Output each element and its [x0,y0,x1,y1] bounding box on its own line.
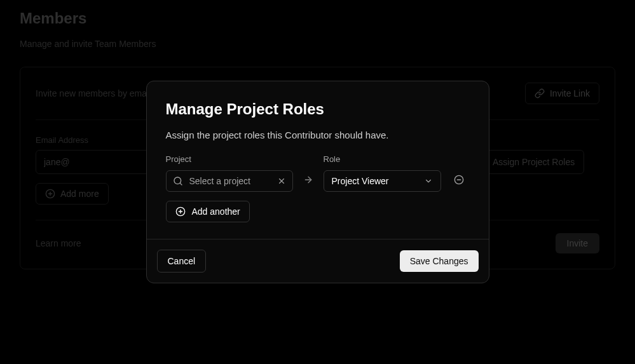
search-icon [173,176,183,186]
minus-circle-icon [454,175,464,185]
project-field-group: Project Select a project [166,154,293,192]
modal-footer: Cancel Save Changes [147,239,489,283]
modal-description: Assign the project roles this Contributo… [166,130,470,140]
svg-line-4 [180,183,182,185]
cancel-button[interactable]: Cancel [157,250,207,273]
role-select[interactable]: Project Viewer [324,170,441,192]
add-another-label: Add another [192,206,240,217]
role-field-group: Role Project Viewer [324,154,441,192]
chevron-down-icon [424,177,433,185]
role-value: Project Viewer [332,176,389,186]
remove-row-button[interactable] [451,168,467,192]
save-changes-button[interactable]: Save Changes [400,250,479,272]
project-select[interactable]: Select a project [166,170,293,192]
arrow-right-icon [303,168,313,192]
role-label: Role [324,154,441,164]
project-placeholder: Select a project [189,176,271,186]
modal-overlay[interactable]: Manage Project Roles Assign the project … [0,0,635,364]
manage-project-roles-modal: Manage Project Roles Assign the project … [146,81,489,283]
close-icon[interactable] [277,177,286,185]
modal-title: Manage Project Roles [166,100,470,118]
add-another-button[interactable]: Add another [166,201,250,222]
plus-circle-icon [175,206,186,217]
project-label: Project [166,154,293,164]
modal-body: Manage Project Roles Assign the project … [147,81,489,239]
modal-fields-row: Project Select a project [166,154,470,192]
